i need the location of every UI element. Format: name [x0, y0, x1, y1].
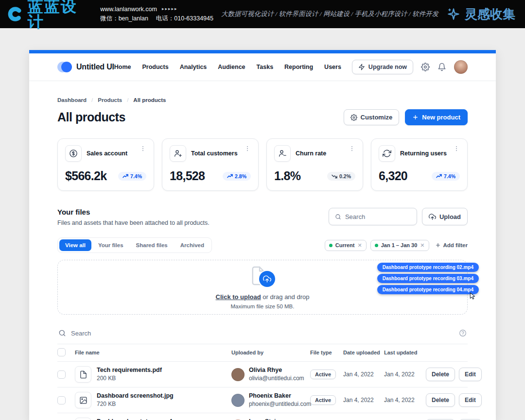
search-icon	[335, 213, 341, 220]
sparkle-star-icon	[446, 7, 461, 21]
breadcrumb-item[interactable]: All products	[133, 97, 166, 103]
plus-icon	[412, 114, 419, 120]
upgrade-now-button[interactable]: Upgrade now	[352, 60, 413, 74]
file-size: 200 KB	[97, 374, 162, 382]
help-circle-icon[interactable]	[459, 329, 467, 337]
nav-link[interactable]: Tasks	[257, 64, 274, 70]
remove-filter-icon[interactable]: ✕	[420, 242, 424, 249]
dragged-file-chip[interactable]: Dashboard prototype recording 03.mp4	[377, 274, 479, 283]
table-row: Tech requirements.pdf 200 KB Olivia Rhye…	[57, 362, 468, 387]
remove-filter-icon[interactable]: ✕	[357, 242, 362, 249]
currency-dollar-icon	[69, 149, 78, 158]
stat-card: Sales account $566.2k 7.4%	[57, 138, 154, 191]
kebab-menu-icon[interactable]	[349, 145, 355, 152]
col-file-type: File type	[310, 350, 343, 355]
breadcrumb-item[interactable]: Products	[98, 97, 122, 103]
trend-badge: 2.8%	[223, 172, 251, 181]
stat-value: $566.2k	[65, 169, 106, 183]
filter-label: Current	[335, 242, 355, 248]
stat-label: Sales account	[87, 150, 127, 157]
notifications-bell-icon[interactable]	[438, 63, 446, 71]
brand[interactable]: Untitled UI	[57, 62, 114, 72]
upload-button[interactable]: Upload	[422, 208, 468, 225]
stat-cards: Sales account $566.2k 7.4%	[57, 138, 468, 191]
nav-link[interactable]: Users	[324, 64, 341, 70]
collect-label: 灵感收集	[465, 6, 515, 23]
breadcrumb-item[interactable]: Dashboard	[57, 97, 87, 103]
table-header: File name Uploaded by File type Date upl…	[57, 344, 468, 362]
stat-icon-box	[65, 145, 82, 162]
table-search-input[interactable]	[71, 330, 459, 337]
users-minus-icon	[278, 149, 287, 158]
stat-label: Total customers	[191, 150, 238, 157]
file-tab[interactable]: View all	[59, 239, 91, 251]
inspiration-collect[interactable]: 灵感收集	[446, 6, 515, 23]
file-type-icon-box	[75, 392, 91, 408]
dropzone-hint: Maximum file size 50 MB.	[230, 303, 294, 309]
file-tab[interactable]: Shared files	[130, 239, 174, 251]
file-type-icon-box	[75, 366, 91, 383]
refresh-icon	[383, 149, 391, 158]
untitled-ui-logo-icon	[57, 62, 72, 72]
edit-button[interactable]: Edit	[459, 393, 482, 407]
filter-pills: Current ✕ Jan 1 – Jan 30 ✕	[325, 240, 429, 251]
nav-link[interactable]: Audience	[218, 64, 245, 70]
breadcrumb: Dashboard / Products / All products	[57, 97, 468, 103]
trend-badge: 0.2%	[327, 172, 355, 181]
banner-phone: 电话：010-63334945	[156, 14, 213, 23]
kebab-menu-icon[interactable]	[244, 145, 251, 152]
nav-link[interactable]: Analytics	[180, 64, 207, 70]
upgrade-label: Upgrade now	[368, 64, 407, 70]
status-badge: Active	[310, 395, 336, 405]
dragged-file-chips: Dashboard prototype recording 02.mp4 Das…	[377, 263, 479, 294]
filter-pill[interactable]: Current ✕	[325, 240, 367, 251]
edit-button[interactable]: Edit	[459, 368, 482, 381]
uploader-avatar	[231, 368, 245, 381]
stat-card: Churn rate 1.8% 0.2%	[266, 138, 363, 191]
nav-link[interactable]: Products	[142, 64, 169, 70]
click-to-upload-link[interactable]: Click to upload	[216, 293, 261, 301]
customize-button[interactable]: Customize	[344, 109, 400, 125]
stat-card: Total customers 18,528 2.8%	[162, 138, 259, 191]
col-file-name: File name	[75, 350, 231, 355]
settings-gear-icon[interactable]	[421, 63, 430, 71]
kebab-menu-icon[interactable]	[140, 145, 146, 152]
filter-pill[interactable]: Jan 1 – Jan 30 ✕	[370, 240, 429, 251]
user-avatar[interactable]	[454, 60, 468, 74]
table-search-bar[interactable]	[57, 323, 468, 344]
dragged-file-chip[interactable]: Dashboard prototype recording 02.mp4	[377, 263, 479, 272]
lanlan-logo: 蓝蓝设计	[7, 0, 88, 30]
stat-label: Returning users	[400, 150, 447, 157]
dragged-file-chip[interactable]: Dashboard prototype recording 04.mp4	[377, 285, 479, 294]
table-row: Dashboard prototype.mp4 16 MB Lana Stein…	[57, 413, 468, 420]
trend-value: 7.4%	[130, 173, 142, 179]
delete-button[interactable]: Delete	[426, 393, 455, 407]
file-tab[interactable]: Archived	[175, 239, 210, 251]
files-section-header: Your files Files and assets that have be…	[57, 208, 468, 226]
files-search[interactable]	[329, 208, 417, 225]
stat-icon-box	[274, 145, 291, 162]
image-icon	[79, 396, 88, 404]
file-tab[interactable]: Your files	[92, 239, 129, 251]
upload-cloud-icon	[429, 213, 436, 220]
delete-button[interactable]: Delete	[426, 368, 455, 381]
add-filter-button[interactable]: Add filter	[435, 242, 468, 248]
files-search-input[interactable]	[345, 213, 411, 220]
last-updated: Jan 4, 2022	[384, 371, 426, 378]
lanlan-logo-icon	[7, 5, 24, 23]
stat-icon-box	[170, 145, 186, 162]
select-all-checkbox[interactable]	[57, 348, 66, 356]
nav-link[interactable]: Home	[114, 64, 131, 70]
table-row: Dashboard screenshot.jpg 720 KB Phoenix …	[57, 387, 468, 413]
date-uploaded: Jan 4, 2022	[343, 397, 384, 403]
banner-website[interactable]: www.lanlanwork.com	[100, 5, 157, 14]
row-checkbox[interactable]	[57, 396, 66, 404]
row-checkbox[interactable]	[57, 370, 66, 379]
file-name: Dashboard prototype.mp4	[97, 418, 173, 420]
nav-link[interactable]: Reporting	[284, 64, 313, 70]
new-product-button[interactable]: New product	[405, 109, 468, 125]
uploader-email: olivia@untitledui.com	[249, 374, 304, 382]
col-uploaded-by: Uploaded by	[231, 350, 310, 355]
plus-icon	[435, 242, 441, 248]
kebab-menu-icon[interactable]	[453, 145, 460, 152]
